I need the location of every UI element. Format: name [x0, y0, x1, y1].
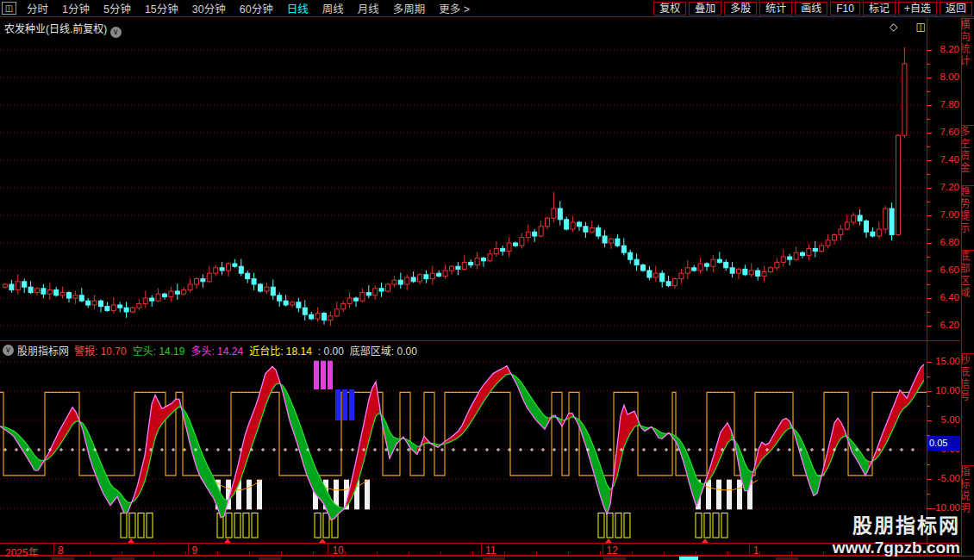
candles-group	[3, 47, 907, 327]
indicator-tick	[927, 494, 930, 495]
toolbar-button-统计[interactable]: 统计	[759, 2, 792, 16]
period-tab-5分钟[interactable]: 5分钟	[97, 0, 138, 16]
minor-tick	[472, 551, 473, 555]
yellow-bottom-bar	[704, 513, 710, 538]
indicator-tick	[927, 464, 930, 465]
month-tick-line	[188, 544, 189, 557]
minor-tick	[504, 551, 505, 555]
split-window-icon[interactable]: ◫	[2, 2, 16, 15]
indicator-site-name: 股朋指标网	[17, 343, 69, 358]
candlestick-chart-canvas[interactable]	[0, 18, 927, 340]
signal-triangle	[128, 538, 134, 543]
month-tick-line	[749, 544, 750, 557]
yellow-bottom-bar	[226, 513, 232, 538]
period-tab-月线[interactable]: 月线	[351, 0, 386, 16]
price-label: 7.80	[928, 99, 959, 109]
indicator-field: : 0.00	[318, 345, 344, 358]
toolbar-button-F10[interactable]: F10	[830, 2, 860, 16]
price-tick	[927, 284, 930, 285]
period-tab-分时[interactable]: 分时	[20, 0, 55, 16]
price-tick	[927, 243, 932, 244]
clipped-tab-fragment	[679, 557, 698, 560]
panel-divider	[0, 340, 960, 341]
period-tab-周线[interactable]: 周线	[315, 0, 351, 16]
price-tick	[927, 78, 932, 78]
price-tick	[927, 105, 932, 106]
toolbar-button-复权[interactable]: 复权	[653, 2, 686, 16]
white-bar	[737, 480, 742, 510]
minor-tick	[727, 551, 728, 555]
yellow-bottom-bar	[323, 513, 329, 538]
period-toolbar: ◫ 分时1分钟5分钟15分钟30分钟60分钟日线周线月线多周期更多 > 复权叠加…	[0, 0, 974, 17]
period-tab-多周期[interactable]: 多周期	[386, 0, 433, 16]
signal-triangle	[224, 538, 231, 543]
vertical-strip-segment: 指标说明	[962, 465, 974, 551]
toolbar-button-返回[interactable]: 返回	[940, 2, 972, 16]
price-tick	[927, 133, 932, 134]
month-label: 11	[485, 544, 496, 557]
minor-tick	[759, 551, 760, 555]
minor-tick	[377, 551, 378, 555]
blue-bar	[342, 389, 347, 420]
current-value-box: 0.05	[927, 436, 960, 451]
oscillator-chart-canvas[interactable]	[0, 358, 927, 543]
white-bar	[247, 480, 252, 510]
price-label: 6.20	[928, 320, 959, 330]
period-tab-60分钟[interactable]: 60分钟	[233, 0, 280, 16]
indicator-tick	[927, 406, 930, 407]
toolbar-button-多股[interactable]: 多股	[724, 2, 757, 16]
month-label: 9	[192, 544, 198, 557]
minor-tick	[122, 551, 122, 555]
toolbar-right-buttons: 复权叠加多股统计画线F10标记+自选返回	[651, 2, 974, 16]
app-window: ◫ 分时1分钟5分钟15分钟30分钟60分钟日线周线月线多周期更多 > 复权叠加…	[0, 0, 974, 560]
month-label: 8	[58, 544, 64, 557]
price-tick	[927, 298, 932, 299]
yellow-bottom-bar	[138, 513, 144, 538]
period-tab-30分钟[interactable]: 30分钟	[185, 0, 233, 16]
minor-tick	[568, 551, 569, 555]
vertical-text-strip[interactable]: 横向统计多空资金趋势提示底部区域抄底信号指标说明	[961, 18, 974, 556]
chevron-down-icon[interactable]: ∨	[3, 345, 14, 356]
yellow-bottom-bar	[121, 513, 127, 538]
indicator-header: ∨ 股朋指标网 警报: 10.70空头: 14.19多头: 14.24近台比: …	[3, 343, 423, 357]
minor-tick	[696, 551, 696, 555]
yellow-bottom-bar	[696, 513, 702, 538]
period-tab-日线[interactable]: 日线	[280, 0, 315, 16]
indicator-field: 多头: 14.24	[190, 345, 243, 358]
period-tab-1分钟[interactable]: 1分钟	[55, 0, 97, 16]
price-label: 7.20	[928, 182, 959, 192]
time-axis: 2025年891011121	[0, 543, 960, 556]
magenta-bar	[328, 361, 333, 389]
price-tick	[927, 119, 930, 120]
indicator-tick	[927, 376, 930, 377]
month-tick-line	[481, 544, 482, 557]
minor-tick	[440, 551, 441, 555]
price-tick	[927, 91, 930, 92]
price-tick	[927, 326, 932, 327]
yellow-bottom-bar	[315, 513, 321, 538]
yellow-bottom-bar	[721, 513, 727, 538]
toolbar-button-标记[interactable]: 标记	[863, 2, 896, 16]
toolbar-button-叠加[interactable]: 叠加	[689, 2, 721, 16]
yellow-bottom-bar	[234, 513, 240, 538]
minor-tick	[249, 551, 250, 555]
month-tick-line	[53, 544, 54, 557]
white-bar	[365, 480, 370, 510]
price-label: 6.40	[928, 292, 959, 302]
period-tab-15分钟[interactable]: 15分钟	[138, 0, 185, 16]
toolbar-button-画线[interactable]: 画线	[795, 2, 827, 16]
price-tick	[927, 271, 932, 271]
indicator-label: 5.00	[926, 414, 960, 425]
magenta-bar	[321, 361, 326, 389]
yellow-bottom-bar	[147, 513, 153, 538]
indicator-field: 底部区域: 0.00	[350, 345, 417, 358]
minor-tick	[217, 551, 218, 555]
toolbar-button-+自选[interactable]: +自选	[898, 2, 937, 16]
indicator-field: 近台比: 18.14	[249, 345, 312, 358]
price-label: 7.00	[928, 209, 959, 220]
clipped-bottom-row	[0, 557, 974, 560]
period-tab-更多 >[interactable]: 更多 >	[432, 0, 477, 16]
price-tick	[927, 160, 932, 161]
minor-tick	[26, 551, 27, 555]
price-tick	[927, 312, 930, 313]
